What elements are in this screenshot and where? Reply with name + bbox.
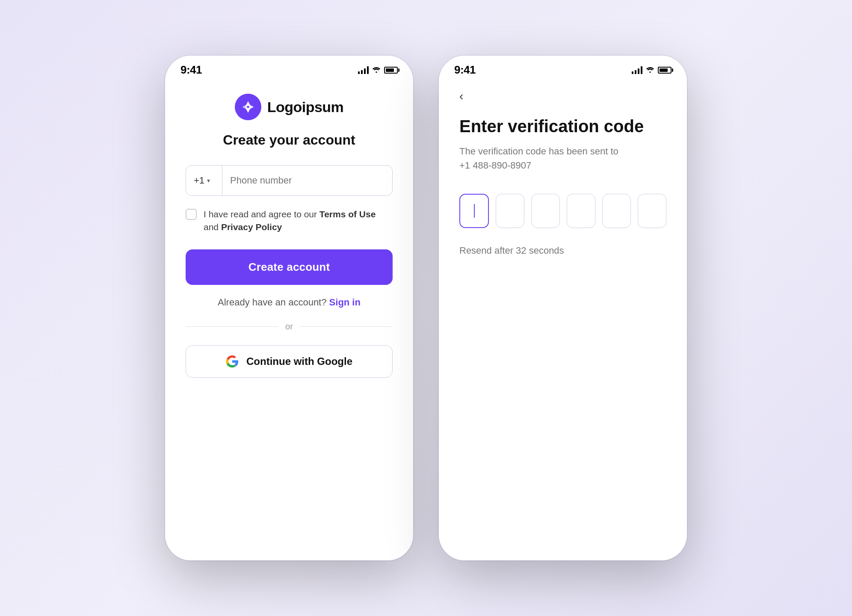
page-title: Create your account bbox=[186, 132, 393, 148]
verify-phone-number: +1 488-890-8907 bbox=[459, 160, 531, 171]
status-icons-2 bbox=[632, 66, 672, 74]
logo-text: Logoipsum bbox=[267, 99, 344, 116]
google-icon bbox=[226, 355, 239, 368]
wifi-icon bbox=[372, 66, 381, 74]
terms-link[interactable]: Terms of Use bbox=[320, 209, 376, 219]
status-time-1: 9:41 bbox=[180, 63, 202, 77]
status-bar-2: 9:41 bbox=[439, 56, 687, 81]
wifi-icon-2 bbox=[646, 66, 654, 74]
resend-text: Resend after 32 seconds bbox=[459, 245, 666, 256]
create-account-button[interactable]: Create account bbox=[186, 249, 393, 285]
screen2-content: ‹ Enter verification code The verificati… bbox=[439, 81, 687, 560]
signin-row: Already have an account? Sign in bbox=[186, 297, 393, 308]
status-time-2: 9:41 bbox=[454, 63, 476, 77]
back-button[interactable]: ‹ bbox=[459, 89, 476, 103]
otp-box-6[interactable] bbox=[638, 194, 666, 228]
google-button[interactable]: Continue with Google bbox=[186, 345, 393, 378]
otp-box-1[interactable] bbox=[459, 194, 489, 228]
screen1-content: Logoipsum Create your account +1 ▾ I hav… bbox=[165, 81, 413, 560]
terms-checkbox-row: I have read and agree to our Terms of Us… bbox=[186, 208, 393, 234]
terms-prefix: I have read and agree to our bbox=[204, 209, 320, 219]
logo-section: Logoipsum bbox=[186, 94, 393, 120]
otp-box-3[interactable] bbox=[531, 194, 560, 228]
otp-box-5[interactable] bbox=[602, 194, 631, 228]
terms-and: and bbox=[204, 222, 221, 232]
otp-cursor bbox=[474, 204, 475, 218]
signin-prefix: Already have an account? bbox=[218, 297, 326, 308]
svg-point-1 bbox=[649, 71, 651, 73]
logo-icon bbox=[235, 94, 261, 120]
status-bar-1: 9:41 bbox=[165, 56, 413, 81]
country-code-selector[interactable]: +1 ▾ bbox=[186, 166, 222, 195]
signal-icon-2 bbox=[632, 66, 642, 74]
svg-point-0 bbox=[376, 71, 377, 73]
status-icons-1 bbox=[358, 66, 398, 74]
country-code-text: +1 bbox=[194, 175, 204, 186]
verify-subtitle-line1: The verification code has been sent to bbox=[459, 146, 618, 157]
verify-subtitle: The verification code has been sent to +… bbox=[459, 144, 666, 172]
phone-input-container[interactable]: +1 ▾ bbox=[186, 165, 393, 196]
privacy-link[interactable]: Privacy Policy bbox=[221, 222, 282, 232]
divider-line-left bbox=[186, 326, 278, 327]
chevron-down-icon: ▾ bbox=[207, 177, 210, 184]
screen2-mockup: 9:41 ‹ Enter verification code The verif… bbox=[439, 56, 687, 560]
otp-box-2[interactable] bbox=[496, 194, 524, 228]
otp-container[interactable] bbox=[459, 194, 666, 228]
divider-line-right bbox=[300, 326, 393, 327]
battery-icon bbox=[384, 67, 398, 74]
battery-icon-2 bbox=[658, 67, 672, 74]
signal-icon bbox=[358, 66, 369, 74]
divider: or bbox=[186, 322, 393, 332]
otp-box-4[interactable] bbox=[567, 194, 595, 228]
screen1-mockup: 9:41 bbox=[165, 56, 413, 560]
google-button-label: Continue with Google bbox=[246, 355, 352, 367]
phone-number-input[interactable] bbox=[222, 166, 392, 195]
terms-checkbox[interactable] bbox=[186, 209, 197, 220]
verify-title: Enter verification code bbox=[459, 116, 666, 136]
terms-label: I have read and agree to our Terms of Us… bbox=[204, 208, 393, 234]
divider-text: or bbox=[285, 322, 293, 332]
signin-link[interactable]: Sign in bbox=[329, 297, 361, 308]
